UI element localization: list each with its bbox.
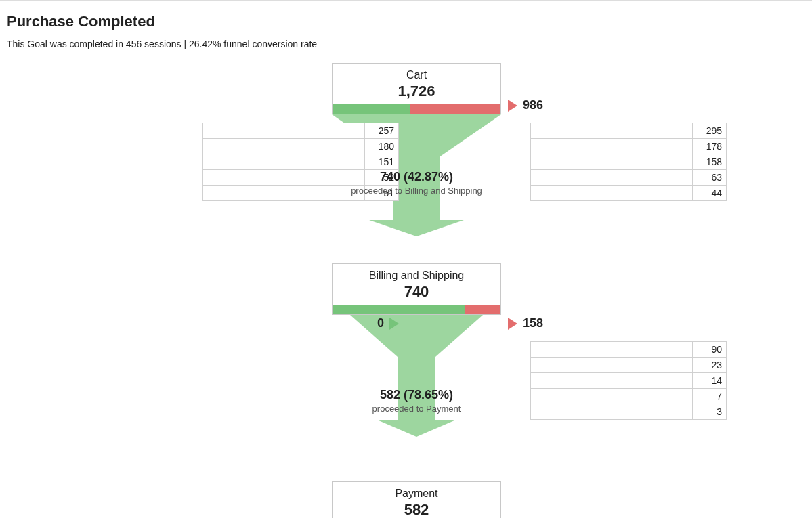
table-row[interactable]: 23 [531,358,727,373]
stage-box[interactable]: Payment582 [332,481,501,518]
source-label [531,154,693,170]
source-label [531,139,693,154]
stage-session-count: 1,726 [333,83,500,104]
stage-name: Cart [333,68,500,83]
table-row[interactable]: 14 [531,373,727,389]
arrow-right-red-icon [508,100,517,112]
stage-name: Billing and Shipping [333,268,500,283]
table-row[interactable]: 44 [531,186,727,201]
stage-exits: 158 [508,316,543,330]
arrow-right-green-icon [389,318,399,330]
bar-proceeded [333,104,410,114]
goal-summary: This Goal was completed in 456 sessions … [7,39,805,49]
source-count: 3 [693,404,727,420]
transition-label: 582 (78.65%)proceeded to Payment [332,388,501,414]
source-count: 158 [693,154,727,170]
source-label [203,139,365,154]
source-count: 63 [693,170,727,186]
source-count: 44 [693,186,727,201]
bar-proceeded [333,305,465,314]
bar-dropped [465,305,500,314]
stage-progress-bar [333,305,500,314]
stage-progress-bar [333,104,500,114]
stage-session-count: 740 [333,283,500,305]
source-count: 23 [693,358,727,373]
table-row[interactable]: 178 [531,139,727,154]
table-row[interactable]: 63 [531,170,727,186]
stage-box[interactable]: Billing and Shipping740 [332,263,501,315]
funnel-stage: 1,726986Cart1,726 257 180 151 52 51 295 … [102,63,805,246]
source-count: 257 [365,123,399,139]
source-count: 180 [365,139,399,154]
source-label [531,342,693,358]
table-row[interactable]: 151 [203,154,399,170]
source-label [203,154,365,170]
table-row[interactable]: 90 [531,342,727,358]
svg-marker-2 [369,220,464,236]
funnel-connector [332,315,501,437]
svg-marker-5 [379,420,454,437]
stage-name: Payment [333,486,500,501]
bar-dropped [410,104,500,114]
transition-destination: proceeded to Billing and Shipping [332,186,501,196]
table-row[interactable]: 7 [531,389,727,404]
source-label [531,123,693,139]
source-label [203,123,365,139]
transition-destination: proceeded to Payment [332,404,501,414]
funnel-stage: 097Payment582 [102,481,805,518]
stage-entrances: 0 [377,316,399,330]
source-count: 295 [693,123,727,139]
exit-destinations-table: 295 178 158 63 44 [530,123,727,201]
stage-session-count: 582 [333,501,500,518]
source-label [531,170,693,186]
funnel-stage: 0158Billing and Shipping740 90 23 14 7 3… [102,263,805,464]
funnel-visualization: 1,726986Cart1,726 257 180 151 52 51 295 … [102,63,805,518]
entrance-count: 0 [377,316,384,330]
arrow-right-red-icon [508,318,517,330]
source-count: 7 [693,389,727,404]
exit-count: 986 [523,98,543,112]
table-row[interactable]: 158 [531,154,727,170]
transition-count: 582 (78.65%) [332,388,501,402]
source-count: 151 [365,154,399,170]
source-label [531,404,693,420]
source-label [531,373,693,389]
source-count: 14 [693,373,727,389]
transition-count: 740 (42.87%) [332,170,501,184]
source-label [531,389,693,404]
source-label [531,186,693,201]
transition-label: 740 (42.87%)proceeded to Billing and Shi… [332,170,501,196]
table-row[interactable]: 295 [531,123,727,139]
table-row[interactable]: 3 [531,404,727,420]
source-count: 178 [693,139,727,154]
svg-marker-3 [350,315,483,357]
exit-destinations-table: 90 23 14 7 3 [530,341,727,420]
stage-exits: 986 [508,98,543,112]
page-title: Purchase Completed [7,13,805,30]
exit-count: 158 [523,316,543,330]
stage-box[interactable]: Cart1,726 [332,63,501,114]
table-row[interactable]: 257 [203,123,399,139]
table-row[interactable]: 180 [203,139,399,154]
source-count: 90 [693,342,727,358]
source-label [531,358,693,373]
